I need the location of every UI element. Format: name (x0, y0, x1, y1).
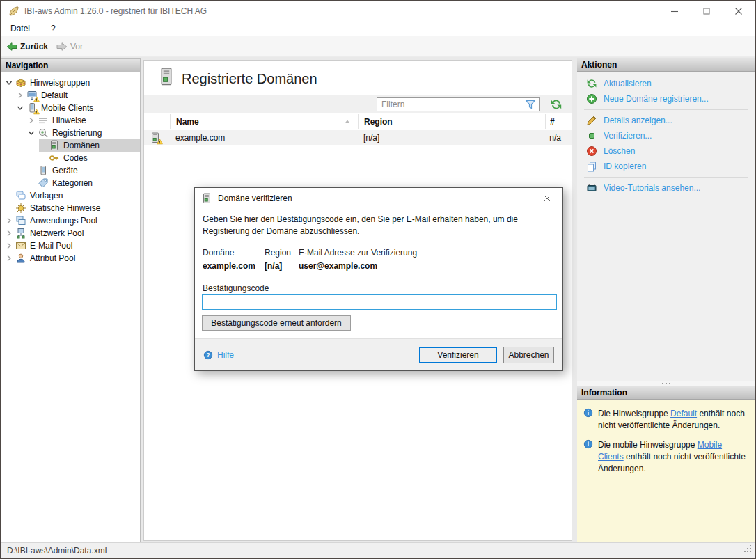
chevron-down-icon[interactable] (28, 129, 38, 136)
status-file-path: D:\IBI-aws\Admin\Data.xml (7, 546, 107, 556)
chevron-right-icon[interactable] (28, 117, 38, 124)
verify-domain-dialog: Domäne verifizieren Geben Sie hier den B… (194, 187, 563, 371)
maximize-button[interactable] (691, 1, 723, 21)
dialog-title: Domäne verifizieren (218, 194, 292, 203)
monitor-warning-icon (26, 90, 38, 101)
sidebar-item-default[interactable]: Default (1, 89, 140, 102)
action-copy-id[interactable]: ID kopieren (577, 159, 755, 174)
copy-icon (586, 161, 597, 172)
info-text: Die mobile Hinweisgruppe (598, 440, 698, 450)
minimize-button[interactable] (659, 1, 691, 21)
back-button[interactable]: Zurück (6, 41, 48, 52)
server-icon (49, 140, 60, 151)
sidebar-item-domaenen[interactable]: Domänen (1, 139, 140, 152)
menu-item-file[interactable]: Datei (10, 24, 30, 33)
action-video-tutorials[interactable]: Video-Tutorials ansehen... (577, 180, 755, 196)
menu-bar: Datei ? (1, 21, 755, 36)
windows-icon (15, 215, 26, 226)
help-link[interactable]: Hilfe (203, 350, 234, 360)
action-label: ID kopieren (604, 162, 646, 171)
sidebar-item-hinweisgruppen[interactable]: Hinweisgruppen (1, 77, 140, 89)
sidebar-item-vorlagen[interactable]: Vorlagen (1, 189, 140, 202)
chevron-right-icon[interactable] (17, 92, 26, 99)
sidebar-item-attribut-pool[interactable]: Attribut Pool (1, 252, 140, 265)
table-row[interactable]: example.com [n/a] n/a (144, 130, 572, 145)
chevron-down-icon[interactable] (17, 104, 26, 111)
refresh-icon (586, 78, 597, 89)
sidebar-item-mobile-clients[interactable]: Mobile Clients (1, 102, 140, 114)
sidebar-item-geraete[interactable]: Geräte (1, 164, 140, 177)
sidebar-item-statische-hinweise[interactable]: Statische Hinweise (1, 202, 140, 214)
action-register-new-domain[interactable]: Neue Domäne registrieren... (577, 91, 755, 107)
panel-splitter[interactable] (577, 381, 755, 386)
column-header-count[interactable]: # (545, 114, 572, 129)
action-label: Aktualisieren (604, 79, 652, 88)
verify-button[interactable]: Verifizieren (419, 347, 497, 363)
sidebar-item-anwendungs-pool[interactable]: Anwendungs Pool (1, 214, 140, 227)
menu-item-help[interactable]: ? (51, 24, 56, 33)
sidebar-item-netzwerk-pool[interactable]: Netzwerk Pool (1, 227, 140, 239)
resend-code-button[interactable]: Bestätigungscode erneut anfordern (202, 315, 351, 331)
chevron-right-icon[interactable] (6, 242, 15, 249)
sidebar-item-label: E-Mail Pool (30, 241, 72, 251)
action-verify[interactable]: Verifizieren... (577, 128, 755, 143)
refresh-icon[interactable] (550, 98, 562, 111)
sidebar-item-kategorien[interactable]: Kategorien (1, 177, 140, 189)
forward-button[interactable]: Vor (56, 41, 83, 52)
action-refresh[interactable]: Aktualisieren (577, 76, 755, 91)
divider (584, 109, 748, 110)
filter-input[interactable] (377, 97, 540, 111)
device-icon (38, 165, 49, 176)
filter-funnel-icon[interactable] (525, 99, 536, 110)
dialog-title-bar: Domäne verifizieren (195, 188, 562, 209)
sidebar-item-label: Anwendungs Pool (30, 216, 97, 226)
sidebar-item-hinweise[interactable]: Hinweise (1, 114, 140, 127)
sort-ascending-icon (342, 117, 352, 127)
dialog-close-icon[interactable] (538, 189, 556, 207)
confirmation-code-label: Bestätigungscode (203, 283, 269, 293)
icon-column-header[interactable] (144, 114, 170, 129)
region-label: Region (265, 248, 291, 258)
action-show-details[interactable]: Details anzeigen... (577, 113, 755, 128)
action-label: Verifizieren... (604, 131, 652, 141)
chevron-right-icon[interactable] (6, 255, 15, 262)
sidebar-item-label: Attribut Pool (30, 253, 75, 263)
actions-header: Aktionen (577, 58, 755, 72)
column-header-region[interactable]: Region (358, 114, 545, 129)
chevron-down-icon[interactable] (6, 79, 15, 86)
info-link-default[interactable]: Default (670, 409, 697, 418)
sidebar-item-email-pool[interactable]: E-Mail Pool (1, 239, 140, 252)
sidebar-item-label: Codes (63, 153, 88, 163)
information-header: Information (577, 386, 755, 400)
column-header-name[interactable]: Name (170, 114, 358, 129)
resize-grip[interactable] (744, 545, 753, 556)
row-name-cell: example.com (170, 130, 358, 145)
chevron-right-icon[interactable] (6, 230, 15, 237)
network-icon (15, 228, 26, 239)
back-label: Zurück (20, 42, 48, 52)
chevron-right-icon[interactable] (6, 217, 15, 224)
count-value: n/a (549, 133, 561, 143)
actions-list: Aktualisieren Neue Domäne registrieren..… (577, 72, 755, 196)
pencil-icon (586, 115, 597, 126)
help-icon (203, 350, 213, 360)
person-icon (15, 253, 26, 264)
green-dot-icon (586, 130, 597, 141)
close-button[interactable] (723, 1, 755, 21)
table-header: Name Region # (144, 114, 572, 129)
navigation-tree: Hinweisgruppen Default Mobile Clients Hi… (1, 72, 140, 265)
action-label: Löschen (604, 146, 635, 156)
mobile-warning-icon (26, 102, 38, 113)
action-label: Neue Domäne registrieren... (604, 94, 709, 104)
text-caret (205, 297, 205, 308)
confirmation-code-input[interactable] (202, 294, 557, 310)
toolbar: Zurück Vor (1, 36, 755, 57)
plus-circle-icon (586, 93, 597, 104)
cancel-button[interactable]: Abbrechen (503, 347, 554, 363)
navigation-header: Navigation (1, 59, 140, 72)
action-delete[interactable]: Löschen (577, 143, 755, 159)
server-warning-icon (150, 132, 161, 143)
sidebar-item-registrierung[interactable]: Registrierung (1, 127, 140, 139)
sidebar-item-codes[interactable]: Codes (1, 152, 140, 164)
forward-label: Vor (70, 42, 83, 52)
